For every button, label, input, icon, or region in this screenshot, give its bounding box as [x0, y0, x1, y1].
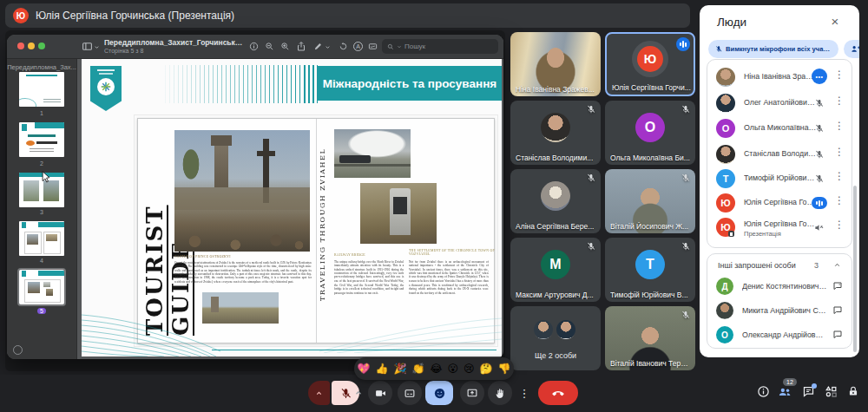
thumb5-banner	[38, 271, 64, 276]
zoom-in-icon[interactable]	[280, 42, 290, 51]
leave-call-button[interactable]	[538, 381, 578, 405]
close-icon[interactable]: ×	[826, 12, 844, 29]
present-screen-button[interactable]	[460, 381, 484, 405]
train-silhouette	[339, 155, 371, 163]
more-options-icon[interactable]: ⋮	[834, 219, 845, 231]
text-style-icon[interactable]: A	[353, 42, 363, 51]
zoom-out-icon[interactable]	[265, 42, 274, 51]
meet-app: Ю Юлія Сергіївна Горчинська (Презентація…	[0, 0, 868, 412]
bridge-line	[334, 164, 411, 167]
more-options-icon[interactable]: ⋮	[834, 146, 845, 158]
more-options-icon[interactable]: ⋮	[834, 194, 845, 206]
close-window-button[interactable]	[17, 43, 24, 49]
more-options-icon[interactable]: ⋮	[834, 95, 845, 107]
participant-row: О Ольга Миколаївна Бик... ⋮	[707, 116, 852, 141]
invited-name: Денис Костянтинович Лущике...	[742, 282, 827, 291]
mic-off-icon	[587, 173, 595, 182]
spread-divider	[316, 119, 317, 343]
more-options-icon[interactable]: ⋮	[834, 170, 845, 182]
zoom-window-button[interactable]	[38, 43, 45, 49]
activities-button[interactable]	[825, 385, 838, 398]
presenter-banner: Ю Юлія Сергіївна Горчинська (Презентація…	[5, 3, 690, 28]
camera-options-chevron-button[interactable]	[354, 389, 363, 397]
reaction-thumbs-down[interactable]: 👎	[498, 363, 511, 374]
invited-list: Інші запрошені особи 3 Д Денис Костянтин…	[707, 253, 852, 349]
invited-avatar-letter: Д	[716, 278, 733, 295]
video-tile-nina[interactable]: Ніна Іванівна Зражев...	[510, 32, 601, 96]
sidebar-toggle-icon[interactable]	[82, 41, 93, 52]
avatar-letter: О	[635, 113, 665, 142]
reaction-thinking[interactable]: 🤔	[480, 363, 493, 374]
mute-all-button[interactable]: Вимкнути мікрофони всіх учасників	[708, 40, 838, 58]
mouse-cursor	[42, 171, 50, 183]
reactions-button-active[interactable]	[425, 381, 453, 405]
thumb4-page	[24, 232, 42, 254]
thumbnail-page-2[interactable]	[19, 122, 64, 157]
reaction-thumbs-up[interactable]: 👍	[376, 363, 389, 374]
mic-off-icon	[815, 99, 824, 108]
reaction-cry[interactable]: 😢	[464, 363, 475, 374]
chat-invite-icon[interactable]	[832, 305, 843, 316]
mic-off-icon	[681, 105, 690, 114]
meeting-details-button[interactable]	[757, 385, 770, 398]
wave-decor-right	[319, 313, 502, 353]
signature-icon[interactable]	[367, 42, 378, 51]
raise-hand-button[interactable]	[488, 381, 512, 405]
add-people-button[interactable]	[844, 40, 859, 58]
collapse-chevron-icon[interactable]	[833, 261, 841, 269]
captions-button[interactable]	[398, 381, 422, 405]
markup-chevron-icon[interactable]	[325, 44, 331, 50]
castle-wall	[174, 187, 310, 210]
reaction-joy[interactable]: 😂	[430, 363, 442, 374]
present-screen-icon	[466, 388, 478, 399]
share-icon[interactable]	[296, 41, 306, 52]
mic-options-chevron-button[interactable]	[308, 381, 330, 405]
video-tile-vitalii-i[interactable]: Віталій Іванович Тере...	[605, 306, 695, 370]
reaction-clap[interactable]: 👏	[411, 363, 424, 374]
video-tile-olha[interactable]: О Ольга Миколаївна Би...	[605, 101, 695, 165]
thumbnail-page-4[interactable]	[19, 221, 64, 256]
video-tile-alina[interactable]: Аліна Сергіївна Бере...	[510, 169, 601, 233]
thumbnail-page-1[interactable]	[19, 72, 64, 107]
hand-icon	[495, 388, 505, 399]
video-tile-maksym[interactable]: М Максим Артурович Д...	[510, 238, 601, 302]
video-tile-stanislav[interactable]: Станіслав Володими...	[510, 101, 601, 165]
chat-invite-icon[interactable]	[832, 330, 843, 340]
video-tile-overflow[interactable]: Ще 2 особи	[510, 306, 601, 370]
invited-name: Микита Андрійович Саєнко	[742, 306, 827, 315]
search-input[interactable]: Пошук	[382, 39, 498, 54]
host-controls-button[interactable]	[847, 385, 859, 398]
video-tile-vitalii-y[interactable]: Віталій Йосипович Ж...	[605, 169, 695, 233]
sidebar-bottom-icon[interactable]	[13, 345, 23, 355]
bottom-bar: 18:16 | Звітна конференція з переддиплом…	[0, 375, 868, 412]
more-options-button[interactable]: ⋮	[516, 381, 533, 405]
panel-scrollbar[interactable]	[853, 186, 857, 352]
more-options-icon[interactable]: ⋮	[834, 120, 845, 132]
chat-invite-icon[interactable]	[832, 281, 843, 291]
camera-toggle-button[interactable]	[368, 381, 392, 405]
thumb1-title-line	[26, 75, 57, 76]
more-options-icon[interactable]: ⋮	[834, 69, 845, 81]
mic-off-icon	[715, 45, 722, 53]
sidebar-chevron-icon[interactable]	[94, 44, 100, 50]
rotate-icon[interactable]	[339, 42, 348, 51]
reaction-party[interactable]: 🎉	[393, 363, 406, 374]
thumbnail-page-5-selected[interactable]	[19, 270, 64, 304]
people-button-active[interactable]	[778, 385, 792, 399]
reaction-heart[interactable]: 💖	[358, 363, 371, 374]
section2-body: Not far from Zviahel there is an archaeo…	[409, 260, 489, 295]
minimize-window-button[interactable]	[28, 43, 35, 49]
info-icon[interactable]	[249, 42, 259, 51]
slide-page: Міжнародність та просування TOURIST GUID…	[82, 59, 502, 356]
participant-row: Т Тимофій Юрійович Ви... ⋮	[707, 167, 852, 191]
left-page-body: One of the main tourist attractions of Z…	[174, 261, 312, 284]
castle-tower	[214, 141, 228, 187]
university-logo-shield	[90, 66, 122, 111]
search-icon	[387, 43, 394, 50]
video-tile-yuliia[interactable]: Ю Юлія Сергіївна Горчи...	[605, 32, 695, 96]
video-tile-tymofii[interactable]: Т Тимофій Юрійович В...	[605, 238, 695, 302]
chat-button[interactable]	[802, 385, 815, 398]
markup-pencil-icon[interactable]	[313, 42, 323, 51]
reaction-surprised[interactable]: 😮	[447, 363, 458, 374]
chat-notification-dot	[812, 383, 817, 389]
